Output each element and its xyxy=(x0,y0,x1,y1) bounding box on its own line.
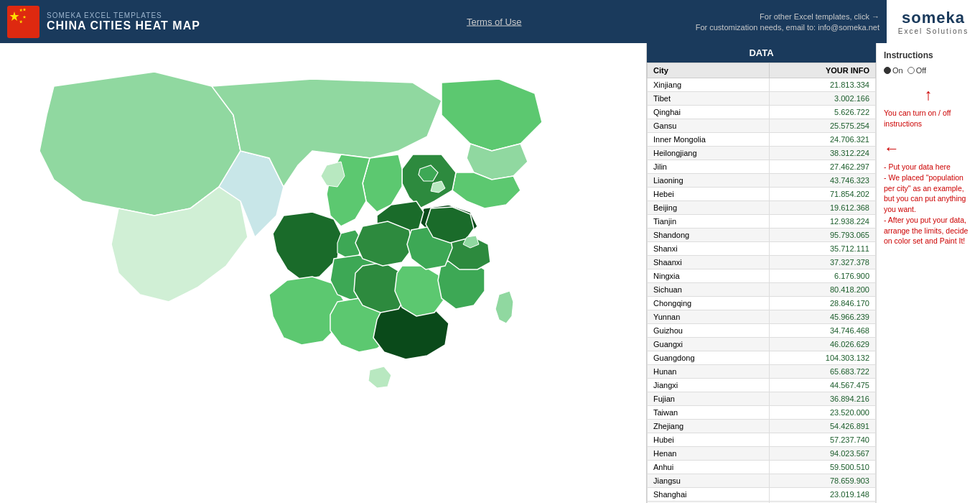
value-cell: 19.612.368 xyxy=(769,201,875,215)
city-cell: Tibet xyxy=(648,92,770,106)
table-row: Jiangsu78.659.903 xyxy=(648,474,876,488)
data-table: City YOUR INFO Xinjiang21.813.334Tibet3.… xyxy=(647,63,876,503)
city-cell: Ningxia xyxy=(648,269,770,283)
liaoning-region xyxy=(452,172,521,208)
city-cell: Anhui xyxy=(648,461,770,474)
col-info-header: YOUR INFO xyxy=(769,63,875,78)
header-right: For other Excel templates, click → For c… xyxy=(696,0,879,43)
city-cell: Tianjin xyxy=(648,215,770,229)
table-row: Henan94.023.567 xyxy=(648,447,876,461)
china-map xyxy=(0,43,646,503)
city-cell: Hubei xyxy=(648,433,770,447)
heilongjiang-region xyxy=(442,79,542,151)
city-cell: Jiangsu xyxy=(648,474,770,488)
value-cell: 36.894.216 xyxy=(769,392,875,406)
city-cell: Zhejiang xyxy=(648,420,770,433)
city-cell: Taiwan xyxy=(648,406,770,420)
value-cell: 27.462.297 xyxy=(769,160,875,174)
table-row: Shandong95.793.065 xyxy=(648,229,876,242)
city-cell: Shanxi xyxy=(648,242,770,256)
table-row: Heilongjiang38.312.224 xyxy=(648,147,876,160)
table-row: Shanghai23.019.148 xyxy=(648,488,876,502)
off-radio-dot xyxy=(907,67,915,74)
table-row: Hunan65.683.722 xyxy=(648,365,876,379)
value-cell: 57.237.740 xyxy=(769,433,875,447)
table-row: Taiwan23.520.000 xyxy=(648,406,876,420)
city-cell: Liaoning xyxy=(648,174,770,188)
china-flag-icon xyxy=(7,6,39,38)
table-row: Xinjiang21.813.334 xyxy=(648,78,876,92)
value-cell: 94.023.567 xyxy=(769,447,875,461)
app-subtitle: SOMEKA EXCEL TEMPLATES xyxy=(47,11,200,19)
value-cell: 80.418.200 xyxy=(769,283,875,297)
value-cell: 24.706.321 xyxy=(769,133,875,147)
city-cell: Heilongjiang xyxy=(648,147,770,160)
map-area xyxy=(0,43,646,503)
table-row: Hubei57.237.740 xyxy=(648,433,876,447)
sichuan-region xyxy=(273,212,341,280)
value-cell: 59.500.510 xyxy=(769,461,875,474)
value-cell: 28.846.170 xyxy=(769,297,875,310)
tagline1: For other Excel templates, click → xyxy=(760,12,879,21)
table-row: Jiangxi44.567.475 xyxy=(648,379,876,392)
city-cell: Guangdong xyxy=(648,351,770,365)
svg-rect-0 xyxy=(7,6,39,38)
value-cell: 38.312.224 xyxy=(769,147,875,160)
table-row: Tibet3.002.166 xyxy=(648,92,876,106)
main-content: DATA City YOUR INFO Xinjiang21.813.334Ti… xyxy=(0,43,980,503)
city-cell: Hebei xyxy=(648,188,770,201)
on-radio-label[interactable]: On xyxy=(884,66,903,75)
data-panel: DATA City YOUR INFO Xinjiang21.813.334Ti… xyxy=(646,43,876,503)
toggle-row: On Off xyxy=(884,66,973,75)
city-cell: Guangxi xyxy=(648,338,770,351)
table-row: Chongqing28.846.170 xyxy=(648,297,876,310)
terms-of-use-link[interactable]: Terms of Use xyxy=(467,17,522,27)
table-row: Shaanxi37.327.378 xyxy=(648,256,876,269)
value-cell: 44.567.475 xyxy=(769,379,875,392)
tagline2: For customization needs, email to: info@… xyxy=(696,23,879,32)
value-cell: 45.966.239 xyxy=(769,310,875,324)
city-cell: Jilin xyxy=(648,160,770,174)
hubei-region xyxy=(355,221,413,266)
col-city-header: City xyxy=(648,63,770,78)
app-title: CHINA CITIES HEAT MAP xyxy=(47,19,200,32)
instructions-title: Instructions xyxy=(884,50,973,60)
table-row: Shanxi35.712.111 xyxy=(648,242,876,256)
off-radio-label[interactable]: Off xyxy=(907,66,926,75)
city-cell: Beijing xyxy=(648,201,770,215)
instructions-text2: - Put your data here - We placed "popula… xyxy=(884,162,973,246)
app-header: SOMEKA EXCEL TEMPLATES CHINA CITIES HEAT… xyxy=(0,0,980,43)
city-cell: Shanghai xyxy=(648,488,770,502)
value-cell: 23.520.000 xyxy=(769,406,875,420)
instructions-text1: You can turn on / off instructions xyxy=(884,108,973,129)
table-row: Sichuan80.418.200 xyxy=(648,283,876,297)
someka-logo: someka Excel Solutions xyxy=(887,0,980,43)
table-row: Guangdong104.303.132 xyxy=(648,351,876,365)
title-area: SOMEKA EXCEL TEMPLATES CHINA CITIES HEAT… xyxy=(47,11,200,32)
data-header: DATA xyxy=(647,43,876,63)
value-cell: 25.575.254 xyxy=(769,119,875,133)
table-row: Tianjin12.938.224 xyxy=(648,215,876,229)
city-cell: Hunan xyxy=(648,365,770,379)
value-cell: 65.683.722 xyxy=(769,365,875,379)
city-cell: Xinjiang xyxy=(648,78,770,92)
arrow-left-icon: ← xyxy=(884,139,973,158)
value-cell: 46.026.629 xyxy=(769,338,875,351)
value-cell: 95.793.065 xyxy=(769,229,875,242)
table-row: Anhui59.500.510 xyxy=(648,461,876,474)
city-cell: Fujian xyxy=(648,392,770,406)
hainan-region xyxy=(368,366,391,388)
value-cell: 34.746.468 xyxy=(769,324,875,338)
city-cell: Shandong xyxy=(648,229,770,242)
table-row: Liaoning43.746.323 xyxy=(648,174,876,188)
value-cell: 54.426.891 xyxy=(769,420,875,433)
on-radio-dot xyxy=(884,67,891,74)
someka-logo-text: someka xyxy=(902,9,965,27)
city-cell: Inner Mongolia xyxy=(648,133,770,147)
table-row: Guangxi46.026.629 xyxy=(648,338,876,351)
someka-logo-sub: Excel Solutions xyxy=(898,27,969,35)
value-cell: 5.626.722 xyxy=(769,106,875,119)
city-cell: Gansu xyxy=(648,119,770,133)
on-label: On xyxy=(892,66,903,75)
value-cell: 71.854.202 xyxy=(769,188,875,201)
